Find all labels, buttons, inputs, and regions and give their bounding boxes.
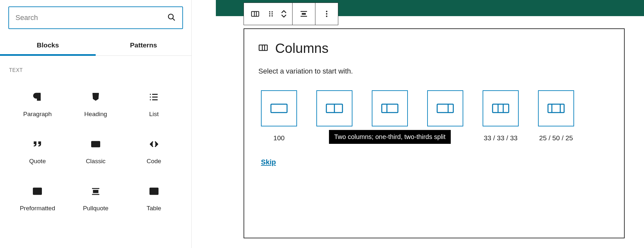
- heading-icon: [90, 90, 101, 104]
- preformatted-icon: [32, 184, 43, 198]
- variation-label: 25 / 50 / 25: [539, 134, 573, 142]
- block-item-code[interactable]: Code: [125, 130, 183, 174]
- svg-rect-25: [252, 12, 259, 16]
- svg-line-1: [173, 18, 175, 20]
- svg-point-39: [326, 15, 328, 17]
- variation-33-33-33[interactable]: 33 / 33 / 33: [483, 90, 519, 142]
- search-field-wrap[interactable]: [8, 6, 183, 29]
- move-up-down[interactable]: [277, 3, 290, 25]
- svg-rect-46: [382, 104, 398, 113]
- variation-label: 100: [273, 134, 284, 142]
- block-type-button[interactable]: [246, 3, 264, 25]
- svg-rect-48: [437, 104, 453, 113]
- inserter-tabs: Blocks Patterns: [0, 35, 191, 56]
- paragraph-icon: [32, 90, 43, 104]
- placeholder-prompt: Select a variation to start with.: [258, 67, 610, 75]
- svg-point-28: [269, 11, 270, 13]
- block-item-table[interactable]: Table: [125, 177, 183, 221]
- variation-33-66[interactable]: Two columns; one-third, two-thirds split: [372, 90, 408, 142]
- tab-patterns[interactable]: Patterns: [96, 35, 191, 56]
- block-label: Quote: [29, 158, 46, 165]
- variation-100[interactable]: 100: [261, 90, 297, 142]
- block-label: Paragraph: [23, 111, 52, 118]
- block-label: Heading: [84, 111, 107, 118]
- svg-point-31: [272, 13, 273, 15]
- svg-point-30: [269, 13, 270, 15]
- svg-point-37: [326, 11, 328, 12]
- svg-rect-50: [493, 104, 509, 113]
- block-item-preformatted[interactable]: Preformatted: [8, 177, 67, 221]
- block-label: Classic: [86, 158, 105, 165]
- svg-rect-40: [259, 45, 267, 51]
- tab-blocks[interactable]: Blocks: [0, 35, 96, 56]
- block-item-pullquote[interactable]: Pullquote: [67, 177, 125, 221]
- svg-rect-15: [34, 188, 42, 194]
- svg-point-33: [272, 15, 273, 16]
- variation-list: 100 Two columns; one-third, two-thirds s…: [261, 90, 610, 142]
- columns-placeholder: Columns Select a variation to start with…: [244, 28, 625, 238]
- search-input[interactable]: [15, 14, 167, 22]
- svg-rect-53: [548, 104, 564, 113]
- variation-label: 33 / 33 / 33: [484, 134, 517, 142]
- block-label: Preformatted: [20, 205, 55, 212]
- block-item-classic[interactable]: Classic: [67, 130, 125, 174]
- svg-point-38: [326, 13, 328, 15]
- svg-rect-8: [91, 142, 100, 147]
- block-toolbar: [244, 3, 338, 25]
- list-icon: [149, 90, 159, 104]
- svg-point-13: [95, 145, 95, 145]
- editor-main: Columns Select a variation to start with…: [216, 0, 644, 248]
- svg-point-29: [272, 11, 273, 13]
- align-button[interactable]: [294, 3, 313, 25]
- svg-point-11: [97, 143, 97, 144]
- block-label: Pullquote: [83, 205, 108, 212]
- block-item-list[interactable]: List: [125, 83, 183, 127]
- columns-icon: [258, 42, 269, 55]
- drag-handle[interactable]: [264, 3, 277, 25]
- block-label: Code: [147, 158, 161, 165]
- svg-point-9: [93, 143, 94, 144]
- more-options-button[interactable]: [317, 3, 336, 25]
- pullquote-icon: [90, 184, 101, 198]
- category-label-text: TEXT: [9, 67, 183, 73]
- svg-point-0: [168, 14, 173, 19]
- block-label: List: [149, 111, 159, 118]
- svg-point-32: [269, 15, 270, 16]
- quote-icon: [32, 137, 43, 151]
- svg-rect-35: [302, 13, 306, 15]
- skip-link[interactable]: Skip: [261, 158, 276, 166]
- search-icon: [167, 13, 176, 23]
- svg-point-10: [95, 143, 95, 144]
- block-inserter-sidebar: Blocks Patterns TEXT Paragraph Heading L…: [0, 0, 192, 248]
- svg-point-12: [93, 145, 94, 145]
- block-item-quote[interactable]: Quote: [8, 130, 67, 174]
- svg-point-14: [97, 145, 97, 145]
- svg-rect-19: [93, 190, 98, 193]
- table-icon: [149, 184, 159, 198]
- code-icon: [149, 137, 159, 151]
- block-item-heading[interactable]: Heading: [67, 83, 125, 127]
- variation-25-50-25[interactable]: 25 / 50 / 25: [538, 90, 574, 142]
- block-grid: Paragraph Heading List Quote Cl: [8, 83, 183, 221]
- block-item-paragraph[interactable]: Paragraph: [8, 83, 67, 127]
- classic-icon: [90, 137, 101, 151]
- placeholder-title: Columns: [275, 41, 329, 56]
- tooltip: Two columns; one-third, two-thirds split: [329, 130, 451, 144]
- svg-rect-43: [271, 104, 287, 113]
- block-label: Table: [147, 205, 161, 212]
